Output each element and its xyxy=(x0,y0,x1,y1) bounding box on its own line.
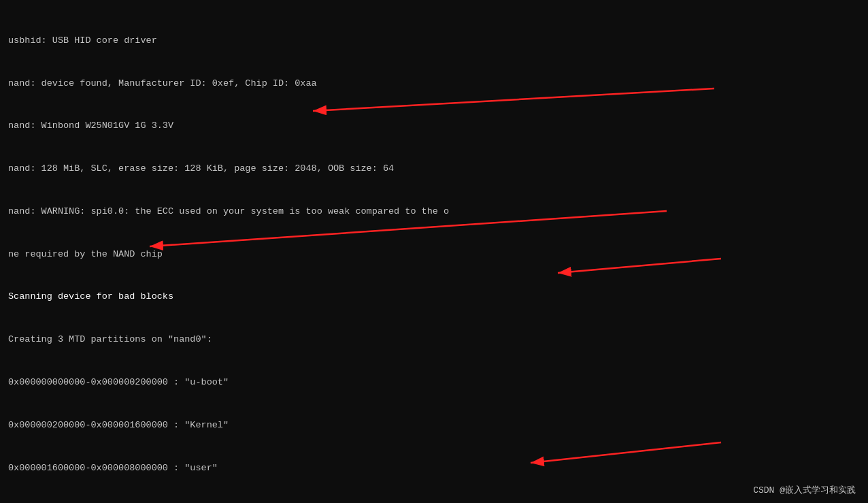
line-1: usbhid: USB HID core driver xyxy=(8,34,860,48)
line-11: 0x000001600000-0x000008000000 : "user" xyxy=(8,461,860,476)
line-7: Scanning device for bad blocks xyxy=(8,290,860,304)
line-5: nand: WARNING: spi0.0: the ECC used on y… xyxy=(8,205,860,219)
line-2: nand: device found, Manufacturer ID: 0xe… xyxy=(8,77,860,91)
line-4: nand: 128 MiB, SLC, erase size: 128 KiB,… xyxy=(8,162,860,176)
terminal-output: usbhid: USB HID core driver nand: device… xyxy=(0,0,868,503)
line-6: ne required by the NAND chip xyxy=(8,248,860,262)
watermark: CSDN @嵌入式学习和实践 xyxy=(753,484,856,496)
terminal-window: usbhid: USB HID core driver nand: device… xyxy=(0,0,868,503)
line-10: 0x000000200000-0x000001600000 : "Kernel" xyxy=(8,419,860,433)
line-3: nand: Winbond W25N01GV 1G 3.3V xyxy=(8,119,860,133)
line-9: 0x000000000000-0x000000200000 : "u-boot" xyxy=(8,376,860,390)
line-8: Creating 3 MTD partitions on "nand0": xyxy=(8,333,860,347)
